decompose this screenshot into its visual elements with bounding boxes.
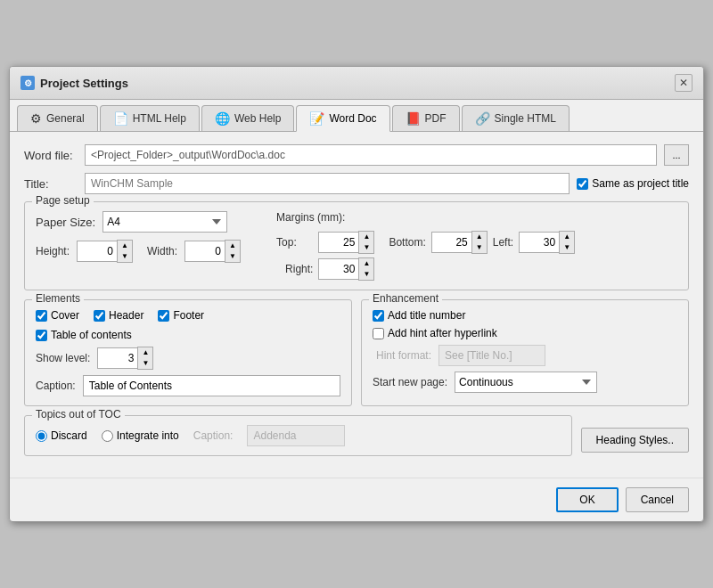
left-down-btn[interactable]: ▼ (560, 242, 574, 253)
same-as-project-checkbox[interactable] (577, 178, 588, 190)
caption-input[interactable] (83, 375, 340, 396)
title-label: Title: (24, 177, 78, 191)
bottom-bar: OK Cancel (10, 478, 703, 521)
margins-grid: Margins (mm): Top: ▲▼ Bottom: ▲▼ Left: (276, 211, 575, 281)
margins-label: Margins (mm): (276, 211, 575, 224)
show-level-spinbox: ▲▼ (97, 347, 153, 370)
word-file-row: Word file: ... (24, 144, 689, 166)
html-help-icon: 📄 (113, 111, 128, 126)
start-new-page-select[interactable]: ContinuousNew PageOdd PageEven Page (455, 372, 597, 393)
bottom-section: Topics out of TOC Discard Integrate into… (24, 415, 689, 465)
left-spinbox: ▲▼ (519, 231, 575, 254)
page-setup-left: Paper Size: A4A3LetterLegal Height: ▲ ▼ (36, 211, 241, 263)
add-title-number-label[interactable]: Add title number (373, 309, 677, 322)
footer-checkbox-label[interactable]: Footer (158, 309, 204, 322)
bottom-up-btn[interactable]: ▲ (472, 232, 487, 242)
paper-size-select[interactable]: A4A3LetterLegal (102, 211, 227, 233)
browse-button[interactable]: ... (664, 144, 689, 166)
same-as-project-label[interactable]: Same as project title (577, 177, 689, 190)
cancel-button[interactable]: Cancel (626, 487, 689, 512)
close-button[interactable]: ✕ (675, 74, 693, 92)
top-label: Top: (276, 236, 313, 249)
project-settings-dialog: ⚙ Project Settings ✕ ⚙ General 📄 HTML He… (9, 66, 704, 522)
tab-single-html[interactable]: 🔗 Single HTML (462, 105, 570, 131)
heading-styles-area: Heading Styles.. (581, 415, 689, 465)
bottom-spinbox: ▲▼ (431, 231, 488, 254)
width-spinbox: ▲ ▼ (184, 240, 241, 263)
toc-row: Table of contents (36, 329, 340, 341)
right-input[interactable] (318, 258, 358, 280)
top-input[interactable] (318, 232, 358, 253)
word-file-label: Word file: (24, 149, 78, 162)
page-setup-legend: Page setup (32, 194, 94, 207)
right-up-btn[interactable]: ▲ (359, 258, 373, 269)
start-new-page-row: Start new page: ContinuousNew PageOdd Pa… (373, 372, 677, 393)
single-html-icon: 🔗 (475, 111, 490, 126)
tab-pdf[interactable]: 📕 PDF (392, 105, 460, 131)
content-area: Word file: ... Title: Same as project ti… (10, 132, 703, 478)
left-label: Left: (493, 236, 513, 249)
height-label: Height: (36, 245, 70, 257)
right-down-btn[interactable]: ▼ (359, 269, 373, 280)
footer-checkbox[interactable] (158, 310, 169, 322)
header-checkbox[interactable] (94, 310, 105, 322)
width-down-button[interactable]: ▼ (225, 251, 240, 262)
ok-button[interactable]: OK (556, 487, 618, 512)
hint-format-input (438, 345, 545, 366)
width-input[interactable] (184, 241, 225, 262)
discard-radio[interactable] (36, 430, 47, 442)
height-input[interactable] (77, 241, 117, 262)
tab-html-help[interactable]: 📄 HTML Help (100, 105, 200, 131)
hint-format-label: Hint format: (376, 349, 431, 362)
header-checkbox-label[interactable]: Header (94, 309, 143, 322)
top-down-btn[interactable]: ▼ (359, 242, 373, 253)
hint-format-row: Hint format: (376, 345, 677, 366)
width-spin-buttons: ▲ ▼ (225, 240, 241, 263)
height-down-button[interactable]: ▼ (118, 251, 132, 262)
web-help-icon: 🌐 (215, 111, 230, 126)
lower-section: Elements Cover Header Footer (24, 299, 689, 415)
height-spin-buttons: ▲ ▼ (117, 240, 133, 263)
title-bar: ⚙ Project Settings ✕ (10, 67, 703, 100)
toc-checkbox-label[interactable]: Table of contents (36, 329, 132, 341)
add-hint-checkbox[interactable] (373, 328, 384, 339)
integrate-into-radio-label[interactable]: Integrate into (102, 429, 179, 442)
show-level-label: Show level: (36, 352, 90, 364)
tab-word-doc[interactable]: 📝 Word Doc (296, 105, 389, 132)
toc-caption-label: Caption: (193, 429, 234, 442)
left-up-btn[interactable]: ▲ (560, 232, 574, 242)
caption-label: Caption: (36, 380, 76, 392)
show-level-row: Show level: ▲▼ (36, 347, 340, 370)
pdf-icon: 📕 (406, 111, 421, 126)
integrate-into-radio[interactable] (102, 430, 113, 442)
cover-checkbox[interactable] (36, 310, 47, 322)
title-row: Title: Same as project title (24, 173, 689, 194)
height-up-button[interactable]: ▲ (118, 241, 132, 251)
elements-legend: Elements (32, 292, 84, 305)
tab-general[interactable]: ⚙ General (17, 105, 98, 131)
width-label: Width: (147, 245, 177, 257)
bottom-label: Bottom: (389, 236, 425, 249)
left-input[interactable] (519, 232, 559, 253)
height-spinbox: ▲ ▼ (77, 240, 133, 263)
title-input[interactable] (85, 173, 570, 194)
discard-radio-label[interactable]: Discard (36, 429, 87, 442)
top-up-btn[interactable]: ▲ (359, 232, 373, 242)
start-new-page-label: Start new page: (373, 376, 447, 388)
enhancement-legend: Enhancement (369, 292, 442, 305)
show-level-input[interactable] (97, 347, 137, 369)
word-file-input[interactable] (85, 144, 657, 166)
show-level-up-btn[interactable]: ▲ (138, 347, 152, 358)
bottom-input[interactable] (431, 232, 471, 253)
bottom-down-btn[interactable]: ▼ (472, 242, 487, 253)
show-level-down-btn[interactable]: ▼ (138, 358, 152, 369)
heading-styles-button[interactable]: Heading Styles.. (581, 428, 689, 453)
toc-checkbox[interactable] (36, 330, 47, 341)
width-up-button[interactable]: ▲ (225, 241, 240, 251)
tab-web-help[interactable]: 🌐 Web Help (201, 105, 294, 131)
toc-caption-input (247, 425, 345, 446)
add-hint-label[interactable]: Add hint after hyperlink (373, 327, 677, 339)
cover-checkbox-label[interactable]: Cover (36, 309, 79, 322)
general-icon: ⚙ (30, 111, 42, 126)
add-title-number-checkbox[interactable] (373, 310, 384, 322)
